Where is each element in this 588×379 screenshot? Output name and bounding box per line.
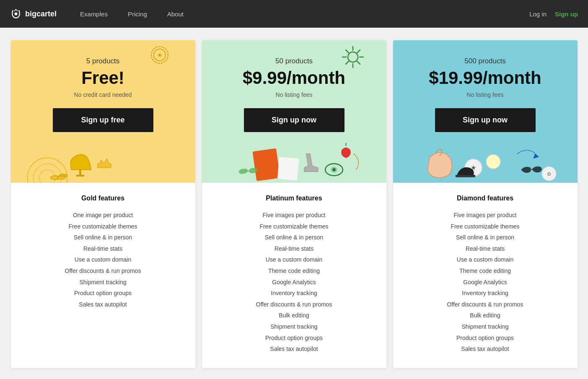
feature-item: Free customizable themes <box>401 221 569 232</box>
svg-line-18 <box>357 61 360 64</box>
svg-point-30 <box>486 155 500 169</box>
platinum-doodle-area <box>215 132 374 183</box>
sun-doodle <box>340 44 365 70</box>
diamond-illustration: ★ ✿ <box>406 137 565 183</box>
feature-item: Five images per product <box>401 210 569 221</box>
nav-examples[interactable]: Examples <box>70 0 118 28</box>
platinum-features-title: Platinum features <box>210 195 378 202</box>
feature-item: Shipment tracking <box>210 321 378 332</box>
feature-item: Theme code editing <box>210 265 378 277</box>
nav-links: Examples Pricing About <box>70 0 529 28</box>
gold-features-title: Gold features <box>19 195 187 202</box>
feature-item: Sales tax autopilot <box>401 343 569 355</box>
svg-text:✿: ✿ <box>547 171 551 177</box>
feature-item: Use a custom domain <box>19 254 187 265</box>
feature-item: Real-time stats <box>19 243 187 254</box>
svg-point-25 <box>332 168 336 171</box>
gold-price-sub: No credit card needed <box>74 91 132 98</box>
svg-line-20 <box>346 61 349 64</box>
pricing-section: ★ 5 products Free! No credit card needed… <box>0 28 588 379</box>
feature-item: One image per product <box>19 210 187 221</box>
gold-product-count: 5 products <box>86 57 119 65</box>
gold-price: Free! <box>81 68 124 88</box>
feature-item: Sell online & in person <box>401 232 569 243</box>
feature-item: Offer discounts & run promos <box>401 299 569 310</box>
svg-point-11 <box>57 176 65 179</box>
logo-text: bigcartel <box>25 10 57 18</box>
svg-rect-21 <box>252 148 280 181</box>
nav-pricing[interactable]: Pricing <box>118 0 157 28</box>
platinum-header: 50 products $9.99/month No listing fees … <box>202 40 386 183</box>
feature-item: Offer discounts & run promos <box>210 299 378 310</box>
feature-item: Real-time stats <box>210 243 378 254</box>
feature-item: Offer discounts & run promos <box>19 265 187 277</box>
feature-item: Product option groups <box>210 332 378 344</box>
platinum-product-count: 50 products <box>275 57 313 65</box>
plan-platinum: 50 products $9.99/month No listing fees … <box>202 40 386 368</box>
platinum-cta-button[interactable]: Sign up now <box>244 108 345 132</box>
login-link[interactable]: Log in <box>529 10 547 18</box>
signup-link[interactable]: Sign up <box>555 10 578 18</box>
svg-point-5 <box>33 164 61 183</box>
diamond-doodle-area: ★ ✿ <box>406 132 565 183</box>
gold-header: ★ 5 products Free! No credit card needed… <box>11 40 195 183</box>
svg-rect-8 <box>76 175 84 177</box>
nav-about[interactable]: About <box>157 0 194 28</box>
diamond-features-title: Diamond features <box>401 195 569 202</box>
logo-link[interactable]: bigcartel <box>10 8 57 20</box>
diamond-price-sub: No listing fees <box>467 91 504 98</box>
gold-doodle-area <box>23 132 183 183</box>
feature-item: Use a custom domain <box>210 254 378 265</box>
svg-rect-7 <box>79 170 81 176</box>
feature-item: Inventory tracking <box>210 288 378 299</box>
feature-item: Google Analytics <box>401 277 569 288</box>
svg-line-17 <box>346 50 349 53</box>
platinum-price: $9.99/month <box>243 68 345 88</box>
feature-item: Inventory tracking <box>401 288 569 299</box>
feature-item: Use a custom domain <box>401 254 569 265</box>
feature-item: Theme code editing <box>401 265 569 277</box>
diamond-features: Diamond features Five images per product… <box>393 183 578 368</box>
gold-badge-doodle: ★ <box>149 44 170 65</box>
feature-item: Sales tax autopilot <box>210 343 378 355</box>
diamond-header: 500 products $19.99/month No listing fee… <box>393 40 578 183</box>
feature-item: Bulk editing <box>401 310 569 321</box>
platinum-feature-list: Five images per product Free customizabl… <box>210 210 378 355</box>
feature-item: Product option groups <box>401 332 569 344</box>
feature-item: Five images per product <box>210 210 378 221</box>
feature-item: Shipment tracking <box>19 277 187 288</box>
svg-point-0 <box>15 13 18 16</box>
feature-item: Sell online & in person <box>210 232 378 243</box>
svg-rect-22 <box>277 157 299 180</box>
gold-cta-button[interactable]: Sign up free <box>53 108 153 132</box>
platinum-illustration <box>215 137 374 183</box>
platinum-features: Platinum features Five images per produc… <box>202 183 386 368</box>
feature-item: Free customizable themes <box>210 221 378 232</box>
diamond-product-count: 500 products <box>464 57 505 65</box>
feature-item: Shipment tracking <box>401 321 569 332</box>
svg-rect-35 <box>455 175 475 177</box>
plan-gold: ★ 5 products Free! No credit card needed… <box>11 40 195 368</box>
feature-item: Google Analytics <box>210 277 378 288</box>
feature-item: Sell online & in person <box>19 232 187 243</box>
gold-illustration <box>23 137 183 183</box>
svg-text:★: ★ <box>157 52 162 58</box>
feature-item: Real-time stats <box>401 243 569 254</box>
diamond-price: $19.99/month <box>429 68 541 88</box>
nav-right: Log in Sign up <box>529 10 578 18</box>
gold-features: Gold features One image per product Free… <box>11 183 195 323</box>
navbar: bigcartel Examples Pricing About Log in … <box>0 0 588 28</box>
feature-item: Bulk editing <box>210 310 378 321</box>
svg-point-12 <box>348 52 358 62</box>
platinum-price-sub: No listing fees <box>276 91 313 98</box>
diamond-cta-button[interactable]: Sign up now <box>435 108 536 132</box>
svg-line-19 <box>357 50 360 53</box>
plan-diamond: 500 products $19.99/month No listing fee… <box>393 40 578 368</box>
feature-item: Product option groups <box>19 288 187 299</box>
diamond-feature-list: Five images per product Free customizabl… <box>401 210 569 355</box>
logo-icon <box>10 8 22 20</box>
feature-item: Free customizable themes <box>19 221 187 232</box>
gold-feature-list: One image per product Free customizable … <box>19 210 187 310</box>
feature-item: Sales tax autopilot <box>19 299 187 310</box>
